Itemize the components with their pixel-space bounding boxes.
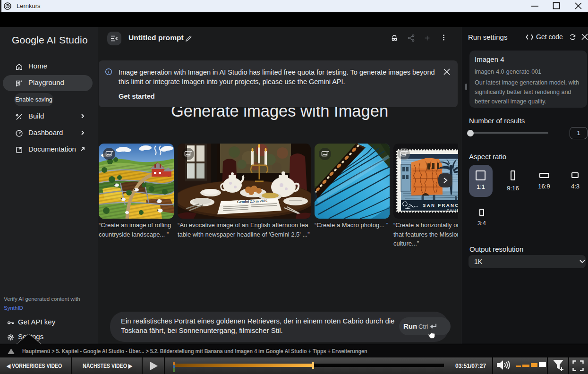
svg-text:SAN FRANCISCO: SAN FRANCISCO <box>423 203 461 208</box>
